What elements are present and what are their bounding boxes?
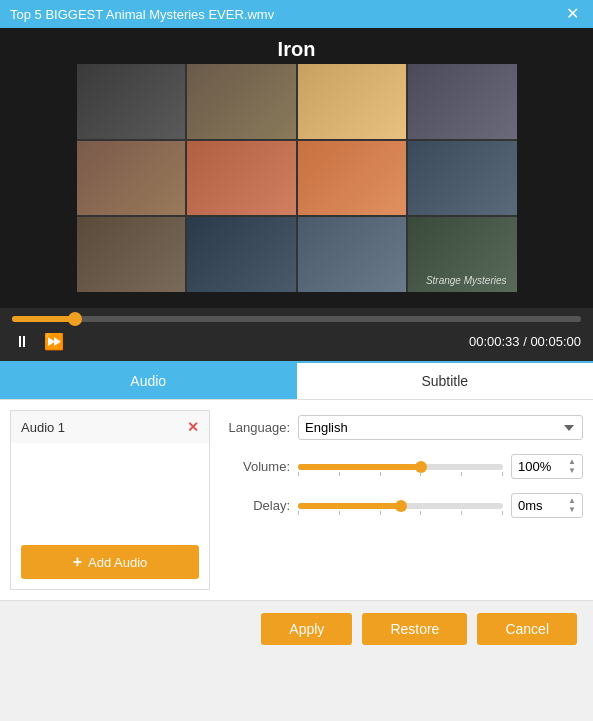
delay-slider-track[interactable] [298,503,503,509]
tick [339,511,340,515]
delay-arrows: ▲ ▼ [568,497,576,514]
grid-cell [187,64,296,139]
controls-row: ⏸ ⏩ 00:00:33 / 00:05:00 [12,330,581,353]
grid-cell [298,64,407,139]
delay-label: Delay: [220,498,290,513]
volume-label: Volume: [220,459,290,474]
remove-audio-button[interactable]: ✕ [187,419,199,435]
tab-subtitle[interactable]: Subtitle [297,363,594,399]
grid-cell [77,141,186,216]
delay-slider-fill [298,503,401,509]
progress-thumb[interactable] [68,312,82,326]
player-controls: ⏸ ⏩ 00:00:33 / 00:05:00 [0,308,593,361]
volume-value-input[interactable] [518,459,568,474]
tabs-header: Audio Subtitle [0,363,593,400]
grid-cell [187,217,296,292]
delay-up-button[interactable]: ▲ [568,497,576,505]
language-input: English French Spanish German Chinese [298,415,583,440]
apply-button[interactable]: Apply [261,613,352,645]
cancel-button[interactable]: Cancel [477,613,577,645]
add-audio-button[interactable]: + Add Audio [21,545,199,579]
tick [420,472,421,476]
tick [380,472,381,476]
tick [339,472,340,476]
tick [420,511,421,515]
play-pause-button[interactable]: ⏸ [12,331,32,353]
close-button[interactable]: ✕ [562,4,583,24]
volume-slider-track[interactable] [298,464,503,470]
delay-control: ▲ ▼ [298,493,583,518]
grid-cell [298,217,407,292]
video-grid [77,64,517,292]
video-area: Iron Strange Mysteries [0,28,593,308]
title-bar: Top 5 BIGGEST Animal Mysteries EVER.wmv … [0,0,593,28]
tick [502,472,503,476]
window-title: Top 5 BIGGEST Animal Mysteries EVER.wmv [10,7,562,22]
volume-slider-fill [298,464,421,470]
volume-control: ▲ ▼ [298,454,583,479]
tick [461,511,462,515]
controls-left: ⏸ ⏩ [12,330,66,353]
time-display: 00:00:33 / 00:05:00 [469,334,581,349]
current-time: 00:00:33 [469,334,520,349]
volume-row: Volume: [220,454,583,479]
volume-ticks [298,472,503,476]
tab-audio[interactable]: Audio [0,363,297,399]
grid-cell [187,141,296,216]
tab-content: Audio 1 ✕ + Add Audio Language: English … [0,400,593,600]
tabs-section: Audio Subtitle Audio 1 ✕ + Add Audio Lan… [0,361,593,600]
tick [298,511,299,515]
volume-arrows: ▲ ▼ [568,458,576,475]
tick [298,472,299,476]
restore-button[interactable]: Restore [362,613,467,645]
video-thumbnail: Strange Mysteries [77,64,517,292]
fast-forward-button[interactable]: ⏩ [42,330,66,353]
delay-row: Delay: [220,493,583,518]
tick [461,472,462,476]
watermark: Strange Mysteries [426,275,507,286]
grid-cell [77,64,186,139]
delay-spinbox: ▲ ▼ [511,493,583,518]
grid-cell [408,141,517,216]
add-icon: + [73,553,82,571]
progress-bar[interactable] [12,316,581,322]
total-time: 00:05:00 [530,334,581,349]
grid-cell [408,64,517,139]
audio-list-panel: Audio 1 ✕ + Add Audio [10,410,210,590]
volume-down-button[interactable]: ▼ [568,467,576,475]
grid-cell [77,217,186,292]
audio-item: Audio 1 ✕ [11,411,209,443]
delay-down-button[interactable]: ▼ [568,506,576,514]
volume-spinbox: ▲ ▼ [511,454,583,479]
volume-up-button[interactable]: ▲ [568,458,576,466]
tick [502,511,503,515]
bottom-bar: Apply Restore Cancel [0,600,593,657]
settings-panel: Language: English French Spanish German … [220,410,583,590]
language-dropdown[interactable]: English French Spanish German Chinese [298,415,583,440]
add-audio-label: Add Audio [88,555,147,570]
delay-ticks [298,511,503,515]
language-row: Language: English French Spanish German … [220,415,583,440]
grid-cell [298,141,407,216]
language-label: Language: [220,420,290,435]
delay-value-input[interactable] [518,498,568,513]
tick [380,511,381,515]
video-effect-title: Iron [0,38,593,61]
progress-fill [12,316,75,322]
audio-item-label: Audio 1 [21,420,65,435]
